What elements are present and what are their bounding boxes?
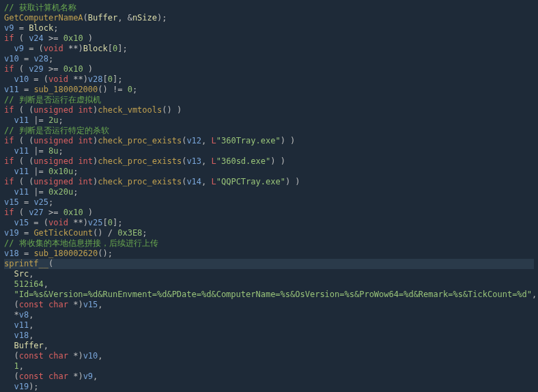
var-v18: v18 (4, 249, 19, 258)
var-v11: v11 (14, 167, 29, 176)
var-v11: v11 (14, 115, 29, 125)
var-v19: v19 (4, 228, 19, 238)
str-prefix: L (212, 177, 216, 186)
kw-void: void (48, 74, 68, 84)
kw-char: char (48, 300, 68, 309)
id-src: Src (14, 269, 29, 279)
kw-if: if (4, 208, 14, 217)
var-v27: v27 (29, 208, 44, 217)
kw-void: void (48, 218, 68, 227)
var-v11: v11 (14, 187, 29, 197)
kw-int: int (78, 156, 93, 166)
kw-if: if (4, 105, 14, 115)
var-v24: v24 (29, 33, 44, 43)
var-v29: v29 (29, 64, 44, 74)
fn-sub1: sub_180002000 (33, 85, 98, 94)
comment-line: // 判断是否运行在虚拟机 (4, 95, 101, 104)
kw-unsigned: unsigned (33, 177, 73, 186)
num-literal: 512i64 (14, 279, 43, 289)
kw-char: char (48, 372, 68, 381)
kw-int: int (78, 105, 93, 115)
kw-unsigned: unsigned (33, 136, 73, 145)
num-literal: 0 (128, 85, 132, 94)
str-prefix: L (212, 136, 216, 145)
var-v8: v8 (19, 310, 29, 320)
fn-gettickcount: GetTickCount (33, 228, 93, 238)
kw-if: if (4, 156, 14, 166)
fn-check-proc-exists: check_proc_exists (98, 136, 182, 145)
hex-literal: 0x20u (48, 187, 73, 197)
hex-literal: 0x10 (63, 33, 83, 43)
var-v11: v11 (14, 320, 29, 330)
kw-char: char (48, 351, 68, 361)
var-v11: v11 (4, 85, 19, 94)
var-v10: v10 (4, 54, 19, 64)
id-block: Block (29, 23, 53, 33)
var-v25: v25 (33, 197, 48, 207)
str-literal: "360Tray.exe" (216, 136, 281, 145)
comment-line: // 获取计算机名称 (4, 3, 76, 12)
code-listing: // 获取计算机名称 GetComputerNameA(Buffer, &nSi… (0, 0, 538, 392)
kw-int: int (78, 177, 93, 186)
var-v9: v9 (14, 44, 23, 53)
str-literal: "QQPCTray.exe" (216, 177, 285, 186)
fn-check-vmtools: check_vmtools (98, 105, 162, 115)
id-nsize: nSize (132, 13, 157, 23)
var-v10: v10 (83, 351, 98, 361)
kw-const: const (19, 372, 44, 381)
fn-sub2: sub_180002620 (33, 249, 98, 258)
kw-if: if (4, 64, 14, 74)
fn-check-proc-exists: check_proc_exists (98, 177, 182, 186)
var-v13: v13 (186, 156, 201, 166)
var-v25: v25 (88, 218, 103, 227)
kw-if: if (4, 177, 14, 186)
comment-line: // 将收集的本地信息拼接，后续进行上传 (4, 238, 158, 248)
kw-unsigned: unsigned (33, 105, 73, 115)
var-v9: v9 (4, 23, 14, 33)
num-literal: 1 (14, 361, 18, 371)
fn-getcomputernamea: GetComputerNameA (4, 13, 83, 23)
fn-sprintf: sprintf__ (4, 259, 48, 268)
hex-literal: 0x10 (63, 64, 83, 74)
kw-int: int (78, 136, 93, 145)
var-v15: v15 (14, 218, 29, 227)
fmt-string: "Id=%s&Version=%d&RunEnvment=%d&PDate=%d… (14, 290, 532, 299)
hex-literal: 0x10u (48, 167, 73, 176)
var-v12: v12 (186, 136, 201, 145)
var-v28: v28 (33, 54, 48, 64)
var-v10: v10 (14, 74, 29, 84)
str-prefix: L (212, 156, 216, 166)
num-literal: 8u (48, 146, 58, 156)
num-literal: 2u (48, 115, 58, 125)
id-buffer: Buffer (14, 341, 43, 350)
var-v15: v15 (4, 197, 19, 207)
hex-literal: 0x10 (63, 208, 83, 217)
var-v11: v11 (14, 146, 29, 156)
var-v19: v19 (14, 382, 29, 391)
num-literal: 0 (108, 218, 113, 227)
comment-line: // 判断是否运行特定的杀软 (4, 126, 109, 135)
var-v18: v18 (14, 331, 29, 340)
id-block: Block (83, 44, 108, 53)
id-buffer: Buffer (88, 13, 117, 23)
var-v28: v28 (88, 74, 103, 84)
kw-void: void (44, 44, 63, 53)
hex-literal: 0x3E8 (117, 228, 142, 238)
var-v14: v14 (186, 177, 201, 186)
var-v9: v9 (83, 372, 93, 381)
kw-const: const (19, 351, 44, 361)
kw-const: const (19, 300, 44, 309)
var-v15: v15 (83, 300, 98, 309)
fn-check-proc-exists: check_proc_exists (98, 156, 182, 166)
str-literal: "360sd.exe" (216, 156, 270, 166)
num-literal: 0 (108, 74, 113, 84)
kw-unsigned: unsigned (33, 156, 73, 166)
kw-if: if (4, 33, 14, 43)
kw-if: if (4, 136, 14, 145)
